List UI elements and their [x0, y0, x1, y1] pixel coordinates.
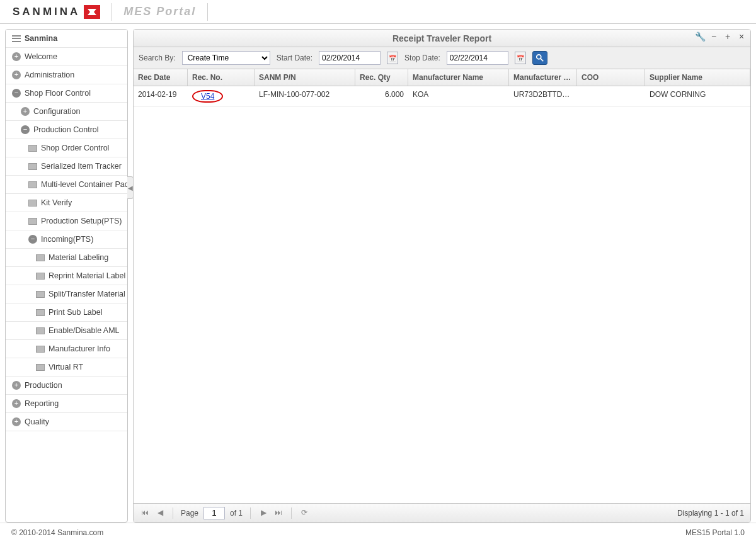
next-page-button[interactable]: ▶: [258, 508, 268, 518]
col-rec-qty[interactable]: Rec. Qty: [355, 69, 408, 86]
sidebar-item-production-control[interactable]: − Production Control: [6, 121, 127, 139]
folder-icon: [28, 163, 37, 170]
portal-title: MES Portal: [123, 5, 196, 18]
col-mfr-name[interactable]: Manufacturer Name: [408, 69, 509, 86]
separator: [291, 507, 292, 519]
col-rec-date[interactable]: Rec Date: [134, 69, 188, 86]
paging-bar: ⏮ ◀ Page of 1 ▶ ⏭ ⟳ Displaying 1 - 1 of …: [134, 503, 750, 522]
expand-icon: +: [12, 417, 21, 426]
separator: [250, 507, 251, 519]
folder-icon: [36, 364, 45, 371]
status-bar: © 2010-2014 Sanmina.com MES15 Portal 1.0: [0, 523, 756, 542]
grid-body: 2014-02-19 V54 LF-MIN-100-077-002 6.000 …: [134, 86, 750, 503]
sidebar-item-label: Multi-level Container Pack...: [41, 180, 127, 189]
sidebar-item-shop-order-control[interactable]: Shop Order Control: [6, 139, 127, 157]
cell-mfr-pn: UR73D2BTTD20...: [509, 86, 577, 106]
col-rec-no[interactable]: Rec. No.: [188, 69, 255, 86]
sidebar-item-label: Manufacturer Info: [49, 344, 110, 353]
sidebar-item-label: Reprint Material Label: [49, 271, 125, 280]
minimize-icon[interactable]: −: [709, 32, 719, 42]
close-icon[interactable]: ×: [736, 32, 747, 42]
sidebar-item-reporting[interactable]: + Reporting: [6, 395, 127, 413]
sidebar-item-quality[interactable]: + Quality: [6, 413, 127, 431]
copyright-text: © 2010-2014 Sanmina.com: [11, 528, 103, 537]
folder-icon: [28, 218, 37, 225]
panel-title: Receipt Traveler Report: [392, 33, 491, 43]
sidebar-collapse-handle[interactable]: ◀: [127, 176, 134, 199]
sidebar-item-label: Reporting: [25, 399, 59, 408]
page-of-label: of 1: [230, 509, 243, 518]
prev-page-button[interactable]: ◀: [155, 508, 165, 518]
col-sanm-pn[interactable]: SANM P/N: [255, 69, 355, 86]
sidebar-item-label: Welcome: [25, 52, 57, 61]
separator: [112, 3, 112, 21]
sidebar-item-print-sub-label[interactable]: Print Sub Label: [6, 303, 127, 322]
last-page-button[interactable]: ⏭: [273, 508, 284, 518]
panel-tools: 🔧 − + ×: [695, 32, 747, 42]
sidebar-item-configuration[interactable]: + Configuration: [6, 103, 127, 121]
search-button[interactable]: [532, 51, 547, 65]
sidebar-item-label: Sanmina: [25, 34, 57, 43]
sidebar-item-label: Material Labeling: [49, 253, 108, 262]
sidebar-item-sanmina[interactable]: Sanmina: [6, 30, 127, 48]
table-row[interactable]: 2014-02-19 V54 LF-MIN-100-077-002 6.000 …: [134, 86, 750, 107]
expand-icon: +: [21, 107, 30, 116]
sidebar-item-split-transfer-material[interactable]: Split/Transfer Material: [6, 285, 127, 303]
sidebar-item-label: Serialized Item Tracker: [41, 162, 122, 171]
sidebar-item-label: Virtual RT: [49, 363, 83, 371]
sidebar-item-label: Enable/Disable AML: [49, 326, 120, 335]
cell-rec-no[interactable]: V54: [188, 86, 255, 106]
sidebar-item-material-labeling[interactable]: Material Labeling: [6, 249, 127, 267]
stop-date-input[interactable]: [447, 51, 508, 65]
sidebar-item-serialized-item-tracker[interactable]: Serialized Item Tracker: [6, 157, 127, 176]
stop-date-label: Stop Date:: [404, 54, 440, 62]
folder-icon: [36, 327, 45, 334]
sidebar-item-shop-floor-control[interactable]: − Shop Floor Control: [6, 84, 127, 103]
page-input[interactable]: [203, 507, 225, 519]
cell-sanm-pn: LF-MIN-100-077-002: [255, 86, 355, 106]
grid-header: Rec Date Rec. No. SANM P/N Rec. Qty Manu…: [134, 69, 750, 86]
maximize-icon[interactable]: +: [723, 32, 733, 42]
col-supplier[interactable]: Supplier Name: [645, 69, 750, 86]
sidebar-item-reprint-material-label[interactable]: Reprint Material Label: [6, 267, 127, 285]
col-coo[interactable]: COO: [577, 69, 645, 86]
sidebar-item-label: Kit Verify: [41, 198, 72, 207]
svg-point-0: [537, 55, 541, 59]
calendar-icon[interactable]: 📅: [515, 52, 526, 64]
collapse-icon: −: [12, 89, 21, 98]
main-panel: Receipt Traveler Report 🔧 − + × Search B…: [133, 29, 751, 523]
sidebar-item-manufacturer-info[interactable]: Manufacturer Info: [6, 340, 127, 358]
calendar-icon[interactable]: 📅: [387, 52, 398, 64]
sidebar-item-label: Configuration: [33, 107, 80, 116]
search-by-select[interactable]: Create Time: [182, 51, 270, 65]
rec-no-link[interactable]: V54: [201, 92, 214, 101]
brand-logo: SANMINA: [13, 5, 100, 19]
sidebar-item-kit-verify[interactable]: Kit Verify: [6, 194, 127, 212]
col-mfr-pn[interactable]: Manufacturer PN: [509, 69, 577, 86]
sidebar-item-enable-disable-aml[interactable]: Enable/Disable AML: [6, 322, 127, 340]
cell-rec-qty: 6.000: [355, 86, 408, 106]
sidebar-item-virtual-rt[interactable]: Virtual RT: [6, 358, 127, 377]
sidebar-item-production[interactable]: + Production: [6, 377, 127, 395]
sidebar-item-label: Production Setup(PTS): [41, 217, 122, 225]
panel-header: Receipt Traveler Report 🔧 − + ×: [134, 30, 750, 47]
sidebar-item-multi-level-container-pack[interactable]: Multi-level Container Pack...: [6, 176, 127, 194]
sidebar-item-welcome[interactable]: + Welcome: [6, 48, 127, 66]
sidebar-item-incoming-pts[interactable]: − Incoming(PTS): [6, 230, 127, 249]
sidebar-item-label: Incoming(PTS): [41, 235, 93, 244]
sidebar: Sanmina + Welcome + Administration − Sho…: [5, 29, 128, 523]
version-text: MES15 Portal 1.0: [685, 528, 745, 537]
cell-supplier: DOW CORNING: [645, 86, 750, 106]
sidebar-item-label: Print Sub Label: [49, 308, 102, 317]
first-page-button[interactable]: ⏮: [140, 508, 150, 518]
sidebar-item-label: Split/Transfer Material: [49, 290, 125, 298]
gear-icon[interactable]: 🔧: [695, 32, 705, 42]
folder-icon: [28, 145, 37, 152]
folder-icon: [36, 309, 45, 316]
refresh-button[interactable]: ⟳: [299, 508, 309, 518]
start-date-input[interactable]: [319, 51, 381, 65]
collapse-icon: −: [21, 125, 30, 134]
folder-icon: [36, 273, 45, 280]
sidebar-item-administration[interactable]: + Administration: [6, 66, 127, 84]
sidebar-item-production-setup-pts[interactable]: Production Setup(PTS): [6, 212, 127, 230]
